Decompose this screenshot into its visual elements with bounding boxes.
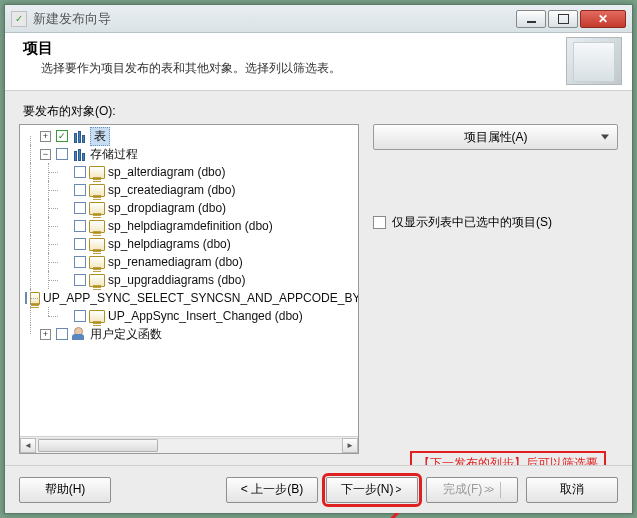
wizard-body: 要发布的对象(O): + ✓ 表 −: [5, 91, 632, 465]
objects-label: 要发布的对象(O):: [23, 103, 618, 120]
user-function-icon: [71, 327, 87, 341]
tree-node-udf[interactable]: + 用户定义函数: [22, 325, 358, 343]
tree-node-proc[interactable]: sp_renamediagram (dbo): [22, 253, 358, 271]
tree-label: sp_dropdiagram (dbo): [108, 201, 226, 215]
button-label: 取消: [560, 481, 584, 498]
checkbox[interactable]: [56, 328, 68, 340]
checkbox[interactable]: [74, 184, 86, 196]
chevron-right-icon: >: [395, 484, 401, 495]
next-button[interactable]: 下一步(N)>: [326, 477, 418, 503]
script-icon: [89, 202, 105, 215]
checkbox[interactable]: [74, 202, 86, 214]
script-icon: [89, 256, 105, 269]
tree-node-proc[interactable]: sp_dropdiagram (dbo): [22, 199, 358, 217]
script-icon: [89, 166, 105, 179]
page-subtitle: 选择要作为项目发布的表和其他对象。选择列以筛选表。: [41, 60, 341, 77]
tree-node-proc[interactable]: sp_helpdiagramdefinition (dbo): [22, 217, 358, 235]
scroll-right-button[interactable]: ►: [342, 438, 358, 453]
checkbox[interactable]: [74, 238, 86, 250]
checkbox[interactable]: ✓: [56, 130, 68, 142]
double-chevron-right-icon: >>: [484, 484, 492, 495]
titlebar: 新建发布向导: [5, 5, 632, 33]
tree-label: 存储过程: [90, 146, 138, 163]
expand-icon[interactable]: +: [40, 329, 51, 340]
tree-label: sp_renamediagram (dbo): [108, 255, 243, 269]
tree-label: UP_AppSync_Insert_Changed (dbo): [108, 309, 303, 323]
objects-tree[interactable]: + ✓ 表 − 存储过程: [19, 124, 359, 454]
button-label: 下一步(N): [341, 481, 394, 498]
option-label: 仅显示列表中已选中的项目(S): [392, 214, 552, 231]
page-title: 项目: [23, 39, 341, 58]
header-graphic-icon: [566, 37, 622, 85]
tree-label: sp_helpdiagrams (dbo): [108, 237, 231, 251]
chevron-down-icon: [601, 135, 609, 140]
table-icon: [71, 147, 87, 161]
show-only-selected-option[interactable]: 仅显示列表中已选中的项目(S): [373, 214, 618, 231]
checkbox[interactable]: [74, 220, 86, 232]
tree-node-proc[interactable]: sp_alterdiagram (dbo): [22, 163, 358, 181]
tree-node-proc[interactable]: UP_AppSync_Insert_Changed (dbo): [22, 307, 358, 325]
tree-node-proc[interactable]: sp_upgraddiagrams (dbo): [22, 271, 358, 289]
back-button[interactable]: < 上一步(B): [226, 477, 318, 503]
script-icon: [89, 184, 105, 197]
help-button[interactable]: 帮助(H): [19, 477, 111, 503]
checkbox[interactable]: [56, 148, 68, 160]
expand-icon[interactable]: +: [40, 131, 51, 142]
scroll-left-button[interactable]: ◄: [20, 438, 36, 453]
tree-label: 用户定义函数: [90, 326, 162, 343]
script-icon: [89, 238, 105, 251]
minimize-button[interactable]: [516, 10, 546, 28]
wizard-window: 新建发布向导 项目 选择要作为项目发布的表和其他对象。选择列以筛选表。 要发布的…: [4, 4, 633, 514]
tree-node-proc[interactable]: UP_APP_SYNC_SELECT_SYNCSN_AND_APPCODE_BY…: [22, 289, 358, 307]
tree-node-proc[interactable]: sp_helpdiagrams (dbo): [22, 235, 358, 253]
tree-label: sp_alterdiagram (dbo): [108, 165, 225, 179]
checkbox[interactable]: [25, 292, 27, 304]
collapse-icon[interactable]: −: [40, 149, 51, 160]
tree-label: sp_helpdiagramdefinition (dbo): [108, 219, 273, 233]
checkbox[interactable]: [74, 256, 86, 268]
button-label: 帮助(H): [45, 481, 86, 498]
wizard-footer: 帮助(H) < 上一步(B) 下一步(N)> 完成(F) >> 取消: [5, 465, 632, 513]
cancel-button[interactable]: 取消: [526, 477, 618, 503]
item-properties-button[interactable]: 项目属性(A): [373, 124, 618, 150]
tree-label: UP_APP_SYNC_SELECT_SYNCSN_AND_APPCODE_BY…: [43, 291, 358, 305]
tree-node-tables[interactable]: + ✓ 表: [22, 127, 358, 145]
button-label: 完成(F): [443, 481, 482, 498]
window-title: 新建发布向导: [33, 10, 111, 28]
scrollbar-thumb[interactable]: [38, 439, 158, 452]
table-icon: [71, 129, 87, 143]
checkbox[interactable]: [74, 310, 86, 322]
button-label: 项目属性(A): [464, 129, 528, 146]
checkbox[interactable]: [74, 274, 86, 286]
script-icon: [89, 310, 105, 323]
close-button[interactable]: [580, 10, 626, 28]
tree-label: sp_upgraddiagrams (dbo): [108, 273, 245, 287]
button-label: < 上一步(B): [241, 481, 303, 498]
checkbox[interactable]: [74, 166, 86, 178]
wizard-header: 项目 选择要作为项目发布的表和其他对象。选择列以筛选表。: [5, 33, 632, 91]
tree-label: 表: [90, 127, 110, 146]
tree-node-procs[interactable]: − 存储过程: [22, 145, 358, 163]
script-icon: [89, 220, 105, 233]
tree-node-proc[interactable]: sp_creatediagram (dbo): [22, 181, 358, 199]
script-icon: [89, 274, 105, 287]
tree-label: sp_creatediagram (dbo): [108, 183, 235, 197]
scrollbar-track[interactable]: [36, 438, 342, 453]
app-icon: [11, 11, 27, 27]
checkbox[interactable]: [373, 216, 386, 229]
maximize-button[interactable]: [548, 10, 578, 28]
horizontal-scrollbar[interactable]: ◄ ►: [20, 436, 358, 453]
finish-button: 完成(F) >>: [426, 477, 518, 503]
